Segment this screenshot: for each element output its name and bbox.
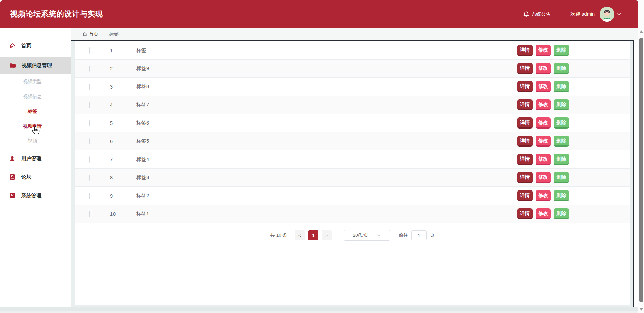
detail-button[interactable]: 详情: [517, 154, 533, 165]
edit-button[interactable]: 修改: [536, 81, 551, 92]
delete-button[interactable]: 删除: [554, 45, 569, 56]
table-row: 5 标签6 详情 修改 删除: [75, 114, 630, 132]
breadcrumb-home-link[interactable]: 首页: [82, 31, 98, 37]
delete-button[interactable]: 删除: [554, 172, 569, 183]
sidebar-subitem-video-apply[interactable]: 视频申请: [0, 118, 65, 133]
row-index: 7: [110, 157, 136, 162]
sidebar-subitem-tags[interactable]: 标签: [0, 104, 65, 118]
edit-button[interactable]: 修改: [536, 136, 551, 147]
row-checkbox[interactable]: [89, 84, 90, 90]
detail-button[interactable]: 详情: [517, 45, 533, 56]
row-index: 10: [110, 211, 136, 217]
row-checkbox[interactable]: [89, 138, 90, 144]
edit-button[interactable]: 修改: [536, 99, 551, 110]
sidebar-item-system-mgmt[interactable]: 系统管理: [0, 187, 71, 204]
table-row: 3 标签8 详情 修改 删除: [75, 78, 630, 96]
sidebar-subitem-video-type[interactable]: 视频类型: [0, 74, 65, 89]
pagination-total: 共 10 条: [270, 232, 287, 238]
home-outline-icon: [82, 32, 87, 37]
edit-button[interactable]: 修改: [536, 117, 551, 129]
page: 视频论坛系统的设计与实现 系统公告 欢迎 admin: [0, 0, 644, 313]
sidebar-subitem-video[interactable]: 视频: [0, 133, 65, 148]
system-notice-label: 系统公告: [531, 11, 551, 18]
scrollbar-thumb[interactable]: [639, 38, 643, 302]
breadcrumb-home-label: 首页: [89, 31, 98, 37]
detail-button[interactable]: 详情: [517, 136, 533, 147]
detail-button[interactable]: 详情: [517, 190, 533, 201]
welcome-text: 欢迎 admin: [570, 11, 595, 18]
edit-button[interactable]: 修改: [536, 208, 551, 219]
table-row: 9 标签2 详情 修改 删除: [75, 187, 630, 205]
sidebar-subitem-video-info[interactable]: 视频信息: [0, 89, 65, 104]
detail-button[interactable]: 详情: [517, 172, 533, 183]
sidebar-item-home[interactable]: 首页: [0, 37, 71, 55]
row-checkbox[interactable]: [89, 120, 90, 126]
next-page-button[interactable]: >: [322, 230, 332, 240]
edit-button[interactable]: 修改: [536, 190, 551, 201]
system-icon: [9, 193, 15, 199]
edit-button[interactable]: 修改: [536, 45, 551, 56]
user-icon: [9, 156, 15, 162]
sidebar-item-label: 用户管理: [21, 155, 41, 162]
row-checkbox[interactable]: [89, 156, 90, 163]
delete-button[interactable]: 删除: [554, 117, 569, 129]
home-icon: [9, 43, 15, 49]
scroll-down-arrow-icon[interactable]: [640, 308, 643, 311]
delete-button[interactable]: 删除: [554, 154, 569, 165]
delete-button[interactable]: 删除: [554, 136, 569, 147]
tag-name: 标签6: [136, 120, 517, 126]
tags-table: 1 标签 详情 修改 删除: [75, 41, 630, 223]
sidebar-submenu: 视频类型 视频信息 标签 视频申请 视频: [0, 74, 71, 149]
tag-name: 标签1: [136, 211, 517, 217]
detail-button[interactable]: 详情: [517, 99, 533, 110]
detail-button[interactable]: 详情: [517, 117, 533, 129]
current-page-button[interactable]: 1: [308, 230, 318, 240]
detail-button[interactable]: 详情: [517, 81, 533, 92]
chevron-down-icon[interactable]: [617, 13, 621, 16]
row-checkbox[interactable]: [89, 193, 90, 199]
pagination: 共 10 条 < 1 > 20条/页 前往: [75, 230, 630, 241]
edit-button[interactable]: 修改: [536, 154, 551, 165]
avatar[interactable]: [600, 7, 614, 22]
breadcrumb-current: 标签: [109, 31, 119, 37]
app-window: 视频论坛系统的设计与实现 系统公告 欢迎 admin: [0, 0, 638, 313]
detail-button[interactable]: 详情: [517, 208, 533, 219]
tag-name: 标签4: [136, 156, 517, 163]
table-row: 4 标签7 详情 修改 删除: [75, 96, 630, 114]
goto-page-input[interactable]: [411, 230, 427, 240]
edit-button[interactable]: 修改: [536, 172, 551, 183]
row-index: 5: [110, 120, 136, 126]
system-notice-link[interactable]: 系统公告: [523, 11, 551, 18]
page-title: 视频论坛系统的设计与实现: [10, 9, 103, 19]
main-scroll-region: 1 标签 详情 修改 删除: [71, 40, 634, 313]
row-checkbox[interactable]: [89, 66, 90, 72]
tag-name: 标签8: [136, 83, 517, 90]
prev-page-button[interactable]: <: [295, 230, 305, 240]
detail-button[interactable]: 详情: [517, 63, 533, 74]
tag-name: 标签9: [136, 65, 517, 72]
row-checkbox[interactable]: [89, 102, 90, 108]
delete-button[interactable]: 删除: [554, 190, 569, 201]
row-index: 1: [110, 48, 136, 53]
row-index: 8: [110, 175, 136, 180]
table-row: 2 标签9 详情 修改 删除: [75, 60, 630, 78]
table-row: 6 标签5 详情 修改 删除: [75, 132, 630, 150]
vertical-scrollbar: [638, 0, 644, 313]
forum-icon: [9, 174, 15, 180]
row-checkbox[interactable]: [89, 175, 90, 181]
table-row: 1 标签 详情 修改 删除: [75, 41, 630, 60]
delete-button[interactable]: 删除: [554, 81, 569, 92]
page-size-select[interactable]: 20条/页: [344, 230, 390, 241]
edit-button[interactable]: 修改: [536, 63, 551, 74]
tag-name: 标签7: [136, 102, 517, 108]
sidebar-item-forum[interactable]: 论坛: [0, 168, 71, 186]
scroll-up-arrow-icon[interactable]: [640, 30, 643, 33]
sidebar-item-user-mgmt[interactable]: 用户管理: [0, 150, 71, 167]
row-checkbox[interactable]: [89, 47, 90, 54]
delete-button[interactable]: 删除: [554, 63, 569, 74]
sidebar-item-video-info-mgmt[interactable]: 视频信息管理: [0, 57, 71, 74]
chevron-down-icon: [377, 234, 381, 237]
delete-button[interactable]: 删除: [554, 99, 569, 110]
delete-button[interactable]: 删除: [554, 208, 569, 219]
row-checkbox[interactable]: [89, 211, 90, 217]
